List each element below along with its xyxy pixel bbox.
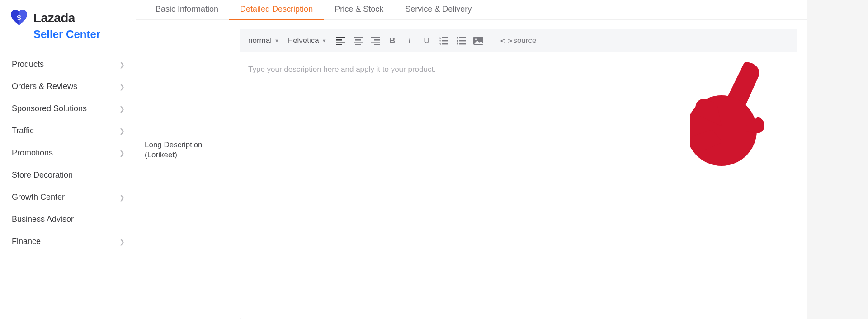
svg-text:3: 3 — [439, 43, 441, 45]
editor-toolbar: normal ▼ Helvetica ▼ — [240, 29, 797, 52]
align-left-button[interactable] — [335, 35, 347, 47]
sidebar-item-label: Orders & Reviews — [12, 82, 77, 91]
font-select[interactable]: Helvetica ▼ — [288, 36, 330, 45]
sidebar-item-label: Store Decoration — [12, 170, 73, 180]
svg-rect-6 — [355, 39, 361, 41]
font-select-value: Helvetica — [288, 36, 319, 45]
sidebar-item-growth-center[interactable]: Growth Center ❯ — [9, 186, 136, 208]
align-left-icon — [336, 37, 345, 45]
underline-button[interactable]: U — [421, 35, 433, 47]
content-area: Long Description (Lorikeet) normal ▼ Hel… — [136, 20, 807, 319]
sidebar: S Lazada Seller Center Products ❯ Orders… — [0, 0, 136, 319]
svg-rect-22 — [459, 37, 466, 38]
sidebar-item-label: Traffic — [12, 126, 34, 136]
field-label-line: Long Description — [145, 141, 203, 149]
sidebar-item-label: Promotions — [12, 148, 53, 158]
svg-rect-12 — [374, 44, 380, 45]
svg-point-19 — [457, 37, 458, 39]
svg-text:S: S — [17, 14, 21, 21]
align-center-button[interactable] — [352, 35, 364, 47]
tab-basic-information[interactable]: Basic Information — [145, 0, 229, 19]
brand-name: Lazada — [33, 11, 75, 25]
svg-rect-2 — [336, 39, 342, 41]
svg-rect-1 — [336, 37, 345, 38]
code-icon: < > — [500, 36, 512, 45]
field-label-long-description: Long Description (Lorikeet) — [145, 29, 240, 319]
svg-rect-7 — [354, 42, 363, 43]
ordered-list-icon: 1 2 3 — [439, 37, 448, 45]
chevron-right-icon: ❯ — [119, 127, 125, 135]
sidebar-item-business-advisor[interactable]: Business Advisor — [9, 208, 136, 230]
sidebar-item-traffic[interactable]: Traffic ❯ — [9, 120, 136, 142]
svg-rect-17 — [442, 40, 448, 41]
svg-text:1: 1 — [439, 37, 441, 39]
format-select-value: normal — [248, 36, 272, 45]
align-right-button[interactable] — [369, 35, 381, 47]
chevron-right-icon: ❯ — [119, 238, 125, 245]
rich-text-editor: normal ▼ Helvetica ▼ — [240, 29, 797, 319]
svg-rect-23 — [459, 40, 466, 41]
description-textarea[interactable]: Type your description here and apply it … — [240, 52, 797, 319]
sidebar-item-label: Sponsored Solutions — [12, 104, 87, 113]
align-center-icon — [354, 37, 363, 45]
svg-rect-8 — [355, 44, 361, 45]
svg-rect-18 — [442, 43, 448, 44]
chevron-right-icon: ❯ — [119, 83, 125, 90]
caret-down-icon: ▼ — [322, 38, 327, 43]
sidebar-item-products[interactable]: Products ❯ — [9, 53, 136, 75]
chevron-right-icon: ❯ — [119, 150, 125, 157]
sidebar-item-label: Products — [12, 60, 44, 69]
chevron-right-icon: ❯ — [119, 61, 125, 68]
sidebar-item-store-decoration[interactable]: Store Decoration — [9, 164, 136, 186]
svg-point-26 — [475, 38, 477, 40]
source-button[interactable]: < > source — [500, 36, 537, 45]
sidebar-item-label: Growth Center — [12, 192, 65, 202]
sidebar-item-label: Finance — [12, 237, 41, 246]
bold-button[interactable]: B — [387, 35, 398, 47]
sidebar-item-label: Business Advisor — [12, 215, 74, 224]
italic-button[interactable]: I — [404, 35, 415, 47]
sidebar-item-orders-reviews[interactable]: Orders & Reviews ❯ — [9, 75, 136, 98]
sidebar-item-finance[interactable]: Finance ❯ — [9, 230, 136, 253]
svg-rect-4 — [336, 44, 342, 45]
tab-price-stock[interactable]: Price & Stock — [324, 0, 394, 19]
chevron-right-icon: ❯ — [119, 105, 125, 113]
svg-point-21 — [457, 43, 458, 45]
field-label-line: (Lorikeet) — [145, 150, 177, 159]
format-select[interactable]: normal ▼ — [248, 36, 282, 45]
logo-icon: S — [9, 9, 29, 27]
svg-point-20 — [457, 40, 458, 42]
tab-service-delivery[interactable]: Service & Delivery — [394, 0, 482, 19]
svg-rect-16 — [442, 37, 448, 38]
ordered-list-button[interactable]: 1 2 3 — [438, 35, 450, 47]
svg-rect-10 — [374, 39, 380, 41]
sidebar-item-promotions[interactable]: Promotions ❯ — [9, 142, 136, 164]
svg-rect-3 — [336, 42, 345, 43]
align-right-icon — [371, 37, 380, 45]
main-panel: Basic Information Detailed Description P… — [136, 0, 807, 319]
chevron-right-icon: ❯ — [119, 194, 125, 201]
caret-down-icon: ▼ — [274, 38, 279, 43]
svg-text:2: 2 — [439, 40, 441, 42]
image-icon — [473, 37, 483, 45]
tabs: Basic Information Detailed Description P… — [136, 0, 807, 20]
svg-rect-24 — [459, 43, 466, 44]
svg-rect-5 — [354, 37, 363, 38]
svg-rect-11 — [371, 42, 380, 43]
brand-subtitle: Seller Center — [33, 28, 136, 41]
source-button-label: source — [513, 36, 536, 45]
unordered-list-icon — [457, 37, 466, 45]
unordered-list-button[interactable] — [455, 35, 467, 47]
tab-detailed-description[interactable]: Detailed Description — [229, 0, 324, 19]
svg-rect-9 — [371, 37, 380, 38]
logo[interactable]: S Lazada — [9, 9, 136, 27]
sidebar-item-sponsored-solutions[interactable]: Sponsored Solutions ❯ — [9, 98, 136, 120]
insert-image-button[interactable] — [472, 35, 484, 47]
